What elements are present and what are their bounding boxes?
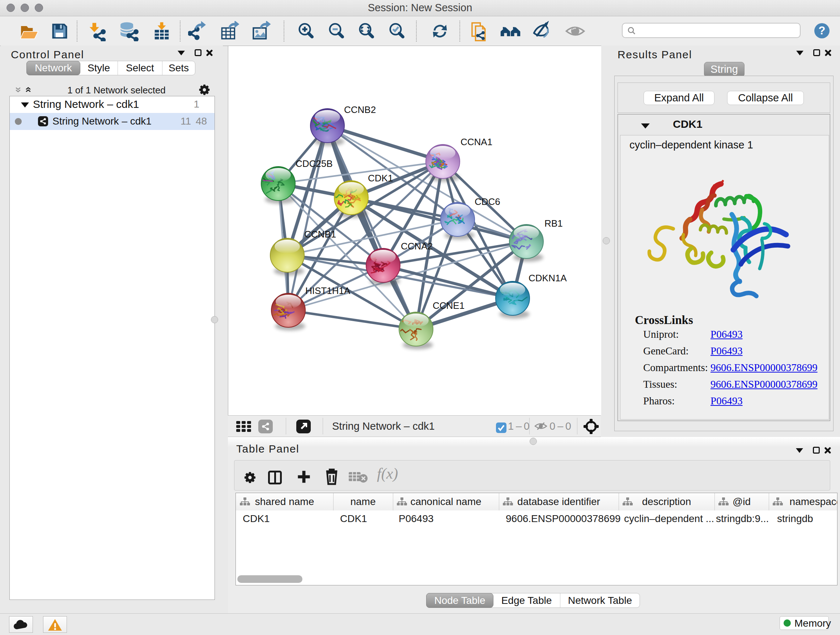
svg-text:CDK1: CDK1: [368, 173, 393, 184]
svg-text:CDKN1A: CDKN1A: [529, 272, 567, 283]
svg-text:HIST1H1A: HIST1H1A: [305, 285, 351, 296]
svg-text:CCNA1: CCNA1: [461, 136, 493, 147]
svg-text:RB1: RB1: [545, 218, 563, 229]
svg-text:CCNB1: CCNB1: [304, 229, 336, 240]
svg-text:CDC6: CDC6: [475, 196, 500, 207]
svg-text:CCNB2: CCNB2: [344, 104, 376, 115]
svg-text:CDC25B: CDC25B: [295, 158, 333, 169]
svg-text:CCNE1: CCNE1: [433, 300, 464, 311]
svg-text:CCNA2: CCNA2: [401, 241, 433, 252]
